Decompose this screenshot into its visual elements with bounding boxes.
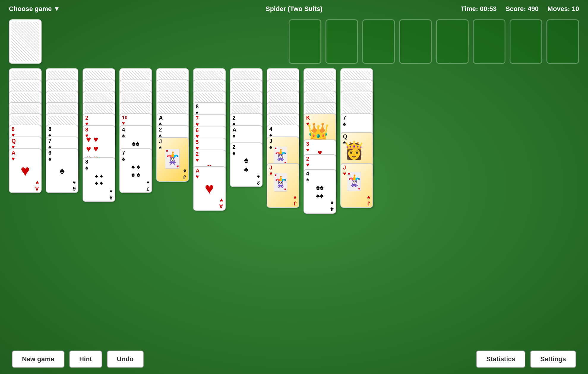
- column-6: 2♠2♠♠♠ A♠A♠♠ 2♠2♠♠♠: [230, 68, 263, 282]
- moves-display: Moves: 10: [548, 5, 579, 13]
- column-4: A♠A♠♠ 2♠2♠♠♠ J♠ J♠ 🃏: [156, 68, 189, 282]
- bottom-bar: New game Hint Undo Statistics Settings: [0, 344, 588, 374]
- header: Choose game ▼ Spider (Two Suits) Time: 0…: [0, 0, 588, 18]
- settings-button[interactable]: Settings: [530, 351, 576, 368]
- score-display: Score: 490: [505, 5, 538, 13]
- foundation-slot-2[interactable]: [325, 19, 358, 64]
- game-title: Spider (Two Suits): [265, 5, 322, 13]
- card-2s2-c6[interactable]: 2♠2♠♠♠: [230, 142, 263, 187]
- column-2: 2♥2♥♥♥ 8♥8♥ ♥ ♥♥ ♥♥ ♥♥ ♥ 8♠8♠♠ ♠♠ ♠: [83, 68, 115, 282]
- card-ah-c5[interactable]: A♥A♥♥: [193, 166, 226, 211]
- column-9: 7♠7♠♠ Q♠ Q♠ 👸 J♥ J♥ 🃏: [340, 68, 373, 282]
- foundation-slot-8[interactable]: [546, 19, 579, 64]
- column-7: 4♠4♠♠♠♠♠ J♠ J♠ 🃏 J♥ J♥ 🃏: [267, 68, 299, 282]
- column-1: 8♠8♠♠ 7♠7♠♠ 6♠6♠♠: [46, 68, 78, 282]
- foundation-slot-7[interactable]: [510, 19, 542, 64]
- choose-game-arrow: ▼: [53, 5, 60, 13]
- foundation-slot-4[interactable]: [399, 19, 432, 64]
- column-0: 8♥8♥♥ Q♥Q♥👑 A♥A♥♥: [9, 68, 42, 282]
- card-jh-c7[interactable]: J♥ J♥ 🃏: [267, 163, 299, 208]
- card-jh[interactable]: J♠ J♠ 🃏: [156, 137, 189, 182]
- right-buttons: Statistics Settings: [476, 351, 576, 368]
- card-ah[interactable]: A♥A♥♥: [9, 148, 42, 193]
- card-jh-c9[interactable]: J♥ J♥ 🃏: [340, 163, 373, 208]
- foundation-slot-3[interactable]: [362, 19, 395, 64]
- foundation-slots: [289, 19, 579, 64]
- foundation-slot-1[interactable]: [289, 19, 321, 64]
- top-area: [0, 19, 588, 64]
- foundation-slot-6[interactable]: [473, 19, 505, 64]
- stock-pile[interactable]: [9, 19, 42, 64]
- card-4s-c8[interactable]: 4♠4♠♠♠♠♠: [304, 169, 336, 214]
- card-7s-col3[interactable]: 7♠7♠♠ ♠♠ ♠: [119, 148, 152, 193]
- choose-game-label: Choose game: [9, 5, 52, 13]
- left-buttons: New game Hint Undo: [12, 351, 144, 368]
- card-8s-col2[interactable]: 8♠8♠♠ ♠♠ ♠: [83, 157, 115, 202]
- card-6s[interactable]: 6♠6♠♠: [46, 148, 78, 193]
- game-stats: Time: 00:53 Score: 490 Moves: 10: [461, 5, 579, 13]
- choose-game-button[interactable]: Choose game ▼: [9, 5, 60, 13]
- column-8: K♥ K♥ 👑 3♥3♥♥♥♥ 2♥2♥♥♥ 4♠4♠♠♠♠♠: [304, 68, 336, 282]
- new-game-button[interactable]: New game: [12, 351, 64, 368]
- foundation-slot-5[interactable]: [436, 19, 469, 64]
- statistics-button[interactable]: Statistics: [476, 351, 525, 368]
- tableau: 8♥8♥♥ Q♥Q♥👑 A♥A♥♥ 8♠8♠♠ 7♠7♠♠: [0, 68, 588, 282]
- time-display: Time: 00:53: [461, 5, 497, 13]
- column-3: 10♥10♥♥♥♥♥ 4♠4♠♠♠♠♠ 7♠7♠♠ ♠♠ ♠: [119, 68, 152, 282]
- column-5: 8♠8♠♠ 7♥7♥♥ 6♥6♥♥♥♥♥ 5♥5♥♥♥ 2♥2♥♥♥ A♥A♥♥: [193, 68, 226, 282]
- hint-button[interactable]: Hint: [69, 351, 102, 368]
- undo-button[interactable]: Undo: [107, 351, 144, 368]
